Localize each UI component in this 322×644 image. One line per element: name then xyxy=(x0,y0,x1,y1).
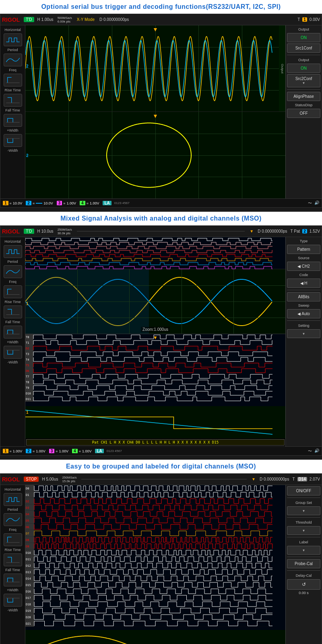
sidebar-lbl-statusdisp: StatusDisp xyxy=(287,102,320,107)
btn-pwidth-2[interactable] xyxy=(4,326,22,339)
btn-period-1[interactable] xyxy=(4,33,22,46)
lbl-risetime-1: Rise Time xyxy=(4,88,21,92)
scope-2-analog-bottom: 1 xyxy=(25,406,285,438)
scope-2-content: Horizontal Period Freq Rise Time Fall Ti… xyxy=(0,237,322,446)
lbl-period-1: Period xyxy=(7,48,18,52)
scope-1-content: Horizontal Period Freq xyxy=(0,25,322,198)
ch2-indicator-2: 2 xyxy=(26,449,31,453)
btn-freq-2[interactable] xyxy=(4,265,22,278)
scope-2-analog: 1 Zoom:1.000us xyxy=(25,269,285,334)
sidebar-btn-src1conf[interactable]: Src1Conf xyxy=(287,43,320,53)
btn-risetime-3[interactable] xyxy=(4,533,22,546)
btn-nwidth-3[interactable] xyxy=(4,594,22,607)
sep-3a xyxy=(287,497,320,498)
sidebar-btn-src2conf[interactable]: Src2Conf ▼ xyxy=(287,74,320,87)
btn-falltime-1[interactable] xyxy=(4,94,22,107)
sep-2a xyxy=(287,290,320,290)
volt-label-1: 0.00V xyxy=(310,17,320,22)
lbl-nwidth-3: -Width xyxy=(7,608,18,612)
sidebar-btn-h[interactable]: ◀ H xyxy=(287,279,320,288)
canvas-analog-3 xyxy=(25,630,272,644)
btn-nwidth-1[interactable] xyxy=(4,134,22,147)
btn-period-2[interactable] xyxy=(4,245,22,258)
sidebar-btn-setting[interactable]: ▼ xyxy=(287,329,320,338)
refresh-icon: ↺ xyxy=(302,582,306,587)
t-label-3: T xyxy=(292,477,295,481)
scope-2: RIGOL T'D H 10.0us 250MSa/s 30.0k pts ▼ … xyxy=(0,225,322,456)
sidebar-btn-onoff[interactable]: ON/OFF xyxy=(287,486,320,495)
grid-2h-1 xyxy=(25,285,285,286)
lbl-freq-3: Freq xyxy=(9,528,17,532)
canvas-analog-bottom-2 xyxy=(25,406,272,438)
ch4-indicator-1: 4 xyxy=(80,201,85,205)
zoom-label-2: Zoom:1.000us xyxy=(141,327,170,332)
volt-label-3: 2.07V xyxy=(310,477,320,481)
sep-3e xyxy=(287,570,320,571)
sidebar-btn-auto[interactable]: ◀ Auto xyxy=(287,309,320,318)
volt3-1: 1.00V xyxy=(67,201,76,205)
section-header-2: Mixed Signal Analysis with analog and di… xyxy=(0,212,322,225)
btn-period-3[interactable] xyxy=(4,493,22,506)
btn-freq-1[interactable] xyxy=(4,54,22,66)
btn-falltime-3[interactable] xyxy=(4,553,22,566)
btn-pwidth-3[interactable] xyxy=(4,574,22,586)
scope-1-display: Output ▼ 2 xyxy=(25,25,285,198)
scope-1-upper-wave: Output ▼ 2 xyxy=(25,25,285,112)
sidebar-btn-alignphase[interactable]: AlignPhase xyxy=(287,92,320,101)
eq3: = xyxy=(63,201,65,205)
ch3-indicator-1: 3 xyxy=(57,201,62,205)
sidebar-btn-on-2[interactable]: ON xyxy=(287,64,320,73)
scope-1-sidebar: Output ON Src1Conf Output ON Src2Conf ▼ … xyxy=(285,25,322,198)
btn-falltime-2[interactable] xyxy=(4,305,22,318)
xy-mode-label: X-Y Mode xyxy=(77,17,95,22)
la-indicator-2: LA xyxy=(95,449,103,453)
sep-3c xyxy=(287,537,320,537)
btn-freq-3[interactable] xyxy=(4,513,22,526)
sidebar-lbl-source-2: Source xyxy=(287,255,320,260)
sample-rate-2: 250MSa/s 30.0k pts xyxy=(58,228,72,235)
grid-2v-2 xyxy=(129,269,130,334)
section-header-3: Easy to be grouped and labeled for digit… xyxy=(0,460,322,473)
sidebar-btn-delaycal[interactable]: ↺ xyxy=(287,579,320,590)
sidebar-btn-pattern[interactable]: Pattern xyxy=(287,245,320,254)
ch1-indicator-2: 1 xyxy=(3,449,8,453)
sidebar-btn-allbits[interactable]: AllBits xyxy=(287,292,320,301)
scope-2-display: 1 Zoom:1.000us ▼ 1 Pat CH1 xyxy=(25,237,285,446)
lbl-period-3: Period xyxy=(7,508,18,512)
scope-1-statusbar: 1 = 10.0V 2 = 10.0V 3 = 1.00V 4 = 1.00V … xyxy=(0,198,322,207)
section-2: Mixed Signal Analysis with analog and di… xyxy=(0,212,322,456)
sidebar-btn-ch2[interactable]: ◀ CH2 xyxy=(287,262,320,271)
sidebar-lbl-output-1: Output xyxy=(287,27,320,32)
btn-risetime-2[interactable] xyxy=(4,285,22,298)
sidebar-btn-off-1[interactable]: OFF xyxy=(287,109,320,118)
scope-2-topbar: RIGOL T'D H 10.0us 250MSa/s 30.0k pts ▼ … xyxy=(0,226,322,237)
btn-risetime-1[interactable] xyxy=(4,74,22,87)
la-bits-2: 0123 4567 xyxy=(107,449,122,453)
scope-3-analog xyxy=(25,630,285,644)
scope-2-sidebar: Type Pattern Source ◀ CH2 Code ◀ H AllBi… xyxy=(285,237,322,446)
scope-2-dig-zoom: ▼ xyxy=(25,334,285,406)
scope-3-topbar: RIGOL STOP H 5.00us 250MSa/s 15.0k pts ▼… xyxy=(0,474,322,485)
spacer-2 xyxy=(77,231,245,231)
btn-pwidth-1[interactable] xyxy=(4,114,22,127)
ch1-marker-2b: 1 xyxy=(26,410,29,415)
lbl-horizontal-3: Horizontal xyxy=(4,487,21,491)
top-right-3: T D14 2.07V xyxy=(292,477,320,481)
sidebar-btn-probecal[interactable]: Probe-Cal xyxy=(287,559,320,568)
top-right-1: T 1 0.00V xyxy=(297,17,320,22)
btn-nwidth-2[interactable] xyxy=(4,346,22,359)
sidebar-btn-label[interactable]: ▼ xyxy=(287,546,320,555)
sidebar-lbl-code-2: Code xyxy=(287,272,320,277)
lbl-falltime-2: Fall Time xyxy=(5,320,20,324)
scope-3-content: Horizontal Period Freq Rise Time Fall Ti… xyxy=(0,485,322,644)
ch-label-1: 1 xyxy=(302,17,307,22)
canvas-digital-zoom-2 xyxy=(25,334,272,407)
scope-3-sidebar: ON/OFF Group Set ▼ Threshold ▼ Label ▼ P… xyxy=(285,485,322,644)
volt2-1: 10.0V xyxy=(43,201,53,205)
sample-rate-3: 250MSa/s 15.0k pts xyxy=(62,476,76,483)
sidebar-btn-groupset[interactable]: ▼ xyxy=(287,506,320,515)
eq2-4: = xyxy=(79,449,81,453)
sidebar-lbl-sweep-2: Sweep xyxy=(287,303,320,308)
sidebar-btn-on-1[interactable]: ON xyxy=(287,33,320,42)
sidebar-btn-threshold[interactable]: ▼ xyxy=(287,526,320,535)
